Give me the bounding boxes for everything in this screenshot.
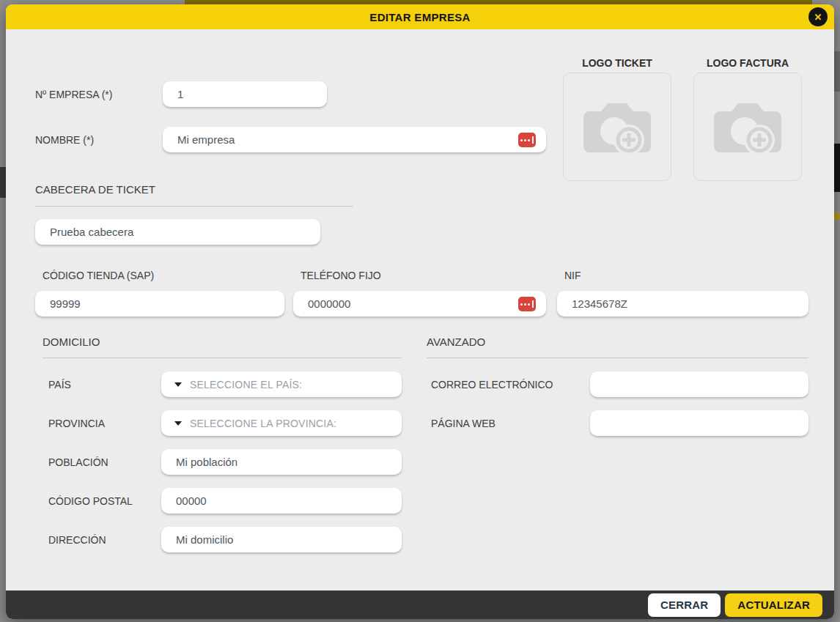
provincia-row: PROVINCIA SELECCIONE LA PROVINCIA:	[35, 410, 402, 436]
virtual-keyboard-icon[interactable]	[518, 133, 536, 147]
provincia-select-value: SELECCIONE LA PROVINCIA:	[190, 418, 336, 429]
codigo-postal-label: CÓDIGO POSTAL	[35, 495, 161, 507]
pagina-web-row: PÁGINA WEB	[427, 410, 808, 436]
nif-field[interactable]	[557, 291, 808, 316]
logo-ticket-label: LOGO TICKET	[563, 57, 671, 69]
background-fragment	[834, 212, 839, 220]
camera-plus-icon	[581, 94, 654, 160]
virtual-keyboard-icon[interactable]	[518, 297, 536, 311]
empresa-num-row: Nº EMPRESA (*)	[35, 81, 546, 107]
cabecera-section-title: CABECERA DE TICKET	[35, 183, 808, 196]
actualizar-button[interactable]: ACTUALIZAR	[725, 593, 822, 617]
pais-row: PAÍS SELECCIONE EL PAÍS:	[35, 371, 402, 397]
dialog-body: Nº EMPRESA (*) NOMBRE (*) LOGO TICKET	[6, 29, 834, 590]
codigo-postal-row: CÓDIGO POSTAL	[35, 488, 402, 514]
correo-label: CORREO ELECTRÓNICO	[427, 379, 590, 390]
provincia-select[interactable]: SELECCIONE LA PROVINCIA:	[161, 410, 402, 436]
logo-factura-label: LOGO FACTURA	[693, 57, 802, 69]
domicilio-section: DOMICILIO PAÍS SELECCIONE EL PAÍS: PROVI…	[35, 336, 402, 552]
domicilio-section-title: DOMICILIO	[35, 336, 402, 348]
cerrar-button[interactable]: CERRAR	[648, 593, 721, 617]
direccion-label: DIRECCIÓN	[35, 534, 161, 546]
camera-plus-icon	[711, 94, 784, 160]
caret-down-icon	[174, 421, 182, 426]
empresa-num-label: Nº EMPRESA (*)	[35, 89, 163, 100]
nif-group: NIF	[557, 270, 808, 316]
nif-label: NIF	[557, 270, 808, 281]
provincia-label: PROVINCIA	[35, 418, 161, 429]
dialog-header: EDITAR EMPRESA ✕	[6, 4, 834, 29]
correo-row: CORREO ELECTRÓNICO	[427, 371, 808, 397]
logo-ticket-block: LOGO TICKET	[563, 29, 671, 181]
logo-uploads: LOGO TICKET	[563, 29, 802, 181]
correo-field[interactable]	[590, 371, 808, 397]
pagina-web-field[interactable]	[590, 410, 808, 436]
nombre-label: NOMBRE (*)	[35, 134, 163, 146]
codigo-tienda-field[interactable]	[35, 291, 284, 316]
nombre-row: NOMBRE (*)	[35, 127, 546, 152]
logo-factura-block: LOGO FACTURA	[693, 29, 802, 181]
direccion-row: DIRECCIÓN	[35, 527, 402, 552]
pais-label: PAÍS	[35, 379, 161, 390]
close-icon[interactable]: ✕	[808, 7, 828, 26]
dialog-title: EDITAR EMPRESA	[369, 11, 470, 23]
codigo-tienda-label: CÓDIGO TIENDA (SAP)	[35, 270, 284, 281]
direccion-field[interactable]	[161, 527, 402, 552]
codigo-tienda-group: CÓDIGO TIENDA (SAP)	[35, 270, 284, 316]
section-divider	[35, 206, 353, 207]
pais-select[interactable]: SELECCIONE EL PAÍS:	[161, 371, 402, 397]
telefono-group: TELÉFONO FIJO	[293, 270, 546, 316]
poblacion-field[interactable]	[161, 449, 402, 475]
poblacion-row: POBLACIÓN	[35, 449, 402, 475]
caret-down-icon	[174, 382, 182, 387]
editar-empresa-dialog: EDITAR EMPRESA ✕ Nº EMPRESA (*) NOMBRE (…	[6, 4, 834, 619]
background-fragment	[833, 144, 840, 192]
nombre-field[interactable]	[163, 127, 546, 152]
poblacion-label: POBLACIÓN	[35, 456, 161, 468]
empresa-num-field[interactable]	[163, 81, 327, 107]
background-fragment	[0, 167, 6, 198]
section-divider	[43, 358, 402, 358]
cabecera-ticket-field[interactable]	[35, 219, 320, 245]
avanzado-section: AVANZADO CORREO ELECTRÓNICO PÁGINA WEB	[427, 336, 808, 552]
telefono-label: TELÉFONO FIJO	[293, 270, 546, 281]
section-divider	[427, 358, 808, 358]
avanzado-section-title: AVANZADO	[427, 336, 808, 348]
logo-factura-upload[interactable]	[693, 73, 802, 181]
dialog-footer: CERRAR ACTUALIZAR	[6, 590, 834, 619]
pagina-web-label: PÁGINA WEB	[427, 418, 590, 429]
pais-select-value: SELECCIONE EL PAÍS:	[190, 379, 302, 390]
logo-ticket-upload[interactable]	[563, 73, 671, 181]
codigo-postal-field[interactable]	[161, 488, 402, 514]
background-fragment	[833, 51, 840, 92]
telefono-field[interactable]	[293, 291, 546, 316]
